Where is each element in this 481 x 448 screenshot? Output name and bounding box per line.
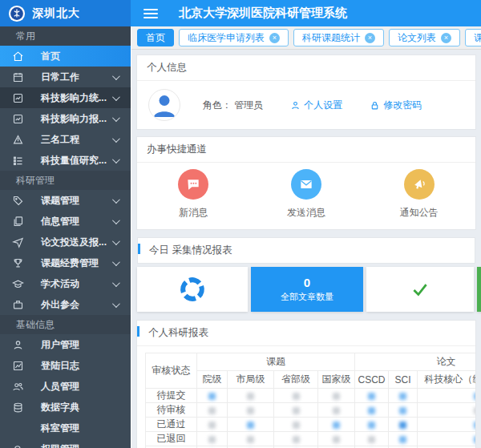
sidebar-item-project-mgmt[interactable]: 课题管理 [0,190,131,211]
sidebar-item-home[interactable]: 首页 [0,46,131,67]
row-label: 已退回 [146,432,197,446]
donut-chart-icon [175,272,210,307]
new-message-button[interactable]: 新消息 [137,169,250,220]
donut-stat-tile [137,267,248,312]
blurred-count-link [399,422,406,429]
tab-clinical-application-list[interactable]: 临床医学申请列表 [179,29,289,46]
blurred-count-link [399,407,406,414]
blurred-count-link [474,422,475,429]
sidebar-item-tech-value-research[interactable]: 科技量值研究... [0,150,131,171]
sidebar: 常用 首页 日常工作 科技影响力统... 科技影响力报... 三名工程 科技量值… [0,26,131,448]
check-stat-tile [366,267,474,312]
lock-icon [370,100,380,111]
personal-settings-link[interactable]: 个人设置 [290,99,342,112]
chevron-down-icon [112,279,120,287]
blurred-count-link [333,436,340,443]
sidebar-item-conference[interactable]: 外出参会 [0,294,131,315]
tag-icon [12,194,25,207]
tab-paper-list[interactable]: 论文列表 [389,29,460,46]
sidebar-section-research-mgmt: 科研管理 [0,171,131,190]
sidebar-item-department-mgmt[interactable]: 科室管理 [0,418,131,438]
sidebar-item-daily-work[interactable]: 日常工作 [0,67,131,87]
close-icon[interactable] [269,33,280,43]
role-value: 管理员 [234,99,263,111]
page-content: 个人信息 角色： 管理员 个人设置 修改密码 [131,50,481,448]
change-password-link[interactable]: 修改密码 [370,99,422,112]
today-report-title: 今日 采集情况报表 [137,237,475,264]
user-icon [12,338,25,351]
megaphone-icon [404,169,435,200]
home-icon [12,50,25,63]
row-label: 待提交 [146,389,197,403]
main-area: 首页 临床医学申请列表 科研课题统计 论文列表 课题费用报表 用户列表 个人信息… [131,26,481,448]
sidebar-item-user-mgmt[interactable]: 用户管理 [0,334,131,355]
sidebar-section-basic-info: 基础信息 [0,315,131,334]
blurred-count-link [474,436,475,443]
table-row: 待审核 [146,403,476,418]
send-icon [12,236,25,248]
tab-home[interactable]: 首页 [137,29,174,46]
tab-project-fee-report[interactable]: 课题费用报表 [465,29,481,46]
tab-bar: 首页 临床医学申请列表 科研课题统计 论文列表 课题费用报表 用户列表 [131,26,481,50]
sidebar-item-login-log[interactable]: 登陆日志 [0,355,131,376]
col-header: 市局级 [228,371,274,389]
sidebar-item-academic-activity[interactable]: 学术活动 [0,273,131,294]
sidebar-item-tech-influence-stats[interactable]: 科技影响力统... [0,87,131,108]
chat-bubble-icon [178,169,208,200]
close-icon[interactable] [365,33,375,43]
chart-line-icon [12,359,25,372]
report-table: 审核状态 课题 论文 院级 市局级 省部级 国家级 CSCD SCI 科技核心（… [145,353,475,448]
sidebar-item-permission-mgmt[interactable]: 权限管理 [0,438,131,448]
sidebar-item-paper-submission[interactable]: 论文投送及报... [0,232,131,252]
chevron-down-icon [112,237,120,245]
blurred-count-link [247,407,254,414]
blurred-count-link [247,393,254,400]
row-label: 已通过 [146,418,197,432]
title-bar: 北京大学深圳医院科研管理系统 [131,0,481,26]
article-count-value: 0 [304,276,310,289]
announcement-button[interactable]: 通知公告 [362,169,475,220]
article-count-label: 全部文章数量 [281,291,333,303]
row-label: 待审核 [146,403,197,418]
sidebar-item-funding-mgmt[interactable]: 课题经费管理 [0,252,131,273]
table-row: 待提交 [146,389,476,403]
top-bar: 深圳北大 北京大学深圳医院科研管理系统 [0,0,481,26]
database-icon [12,401,25,414]
col-header-status: 审核状态 [146,353,197,389]
role-text: 角色： 管理员 [203,99,263,112]
sidebar-item-personnel-mgmt[interactable]: 人员管理 [0,376,131,397]
col-header: 国家级 [318,371,355,389]
documents-icon [12,215,25,228]
chart-box-icon [12,91,25,104]
chevron-down-icon [112,258,120,266]
users-icon [12,380,25,393]
blurred-count-link [474,407,475,414]
blurred-count-link [293,393,300,400]
col-header: 省部级 [274,371,318,389]
pyramid-icon [12,133,25,146]
blurred-count-link [247,422,254,429]
blurred-count-link [368,407,375,414]
sidebar-item-tech-influence-report[interactable]: 科技影响力报... [0,108,131,129]
blurred-count-link [208,422,216,429]
person-icon [290,100,301,111]
briefcase-icon [12,298,25,311]
today-stat-row: 0 全部文章数量 [137,264,475,313]
logo-area: 深圳北大 [0,0,131,26]
sidebar-item-data-dictionary[interactable]: 数据字典 [0,397,131,418]
envelope-icon [291,169,321,200]
close-icon[interactable] [441,33,451,43]
hamburger-menu-icon[interactable] [143,6,158,21]
blurred-count-link [368,436,375,443]
blurred-count-link [333,422,340,429]
article-count-tile[interactable]: 0 全部文章数量 [251,267,363,312]
blurred-count-link [208,393,216,400]
tab-research-project-stats[interactable]: 科研课题统计 [293,29,384,46]
sidebar-item-three-famous-project[interactable]: 三名工程 [0,129,131,150]
send-message-button[interactable]: 发送消息 [250,169,363,220]
blurred-count-link [293,436,300,443]
blurred-count-link [293,407,300,414]
sidebar-section-common: 常用 [0,26,131,46]
sidebar-item-info-mgmt[interactable]: 信息管理 [0,211,131,232]
today-report-section: 今日 采集情况报表 0 全部文章数量 [136,236,476,313]
